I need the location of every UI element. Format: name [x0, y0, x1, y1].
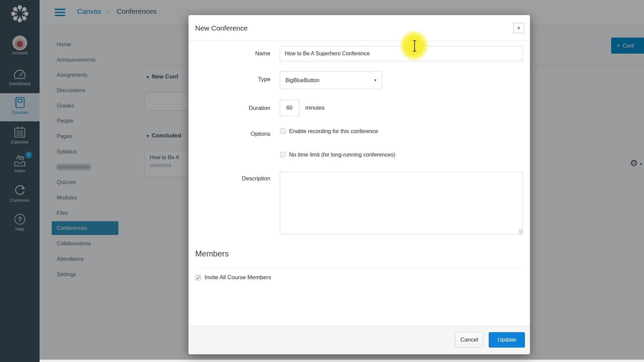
- screen: Account Dashboard Courses: [0, 0, 644, 362]
- enable-recording-label[interactable]: Enable recording for this conference: [289, 128, 378, 134]
- cancel-button[interactable]: Cancel: [455, 332, 483, 348]
- conference-type-select[interactable]: BigBlueButton ▼: [280, 71, 382, 89]
- new-conference-dialog: New Conference × Name Type BigBlueButton…: [189, 15, 530, 354]
- dropdown-arrow-icon: ▼: [374, 78, 377, 82]
- type-label: Type: [189, 76, 270, 83]
- members-heading: Members: [195, 249, 229, 258]
- invite-all-label[interactable]: Invite All Course Members: [205, 274, 271, 281]
- duration-input[interactable]: [280, 100, 299, 116]
- members-divider: [195, 268, 523, 268]
- no-time-limit-checkbox[interactable]: [280, 152, 285, 157]
- textarea-resize-handle[interactable]: [519, 230, 523, 234]
- type-selected-value: BigBlueButton: [285, 71, 319, 89]
- update-button[interactable]: Update: [489, 332, 525, 348]
- bottom-strip: [40, 359, 644, 362]
- no-time-limit-label[interactable]: No time limit (for long-running conferen…: [289, 152, 395, 158]
- description-textarea[interactable]: [280, 172, 523, 234]
- description-label: Description: [189, 175, 270, 182]
- duration-label: Duration: [189, 105, 270, 112]
- enable-recording-checkbox[interactable]: [280, 128, 285, 134]
- check-icon: ✓: [196, 275, 201, 281]
- dialog-header: New Conference ×: [189, 15, 530, 41]
- text-cursor-icon: [412, 40, 417, 52]
- close-icon[interactable]: ×: [514, 23, 524, 33]
- duration-unit: minutes: [305, 105, 325, 111]
- options-label: Options: [189, 131, 270, 137]
- name-label: Name: [189, 50, 270, 57]
- dialog-title: New Conference: [195, 15, 248, 41]
- invite-all-checkbox[interactable]: ✓: [196, 275, 201, 280]
